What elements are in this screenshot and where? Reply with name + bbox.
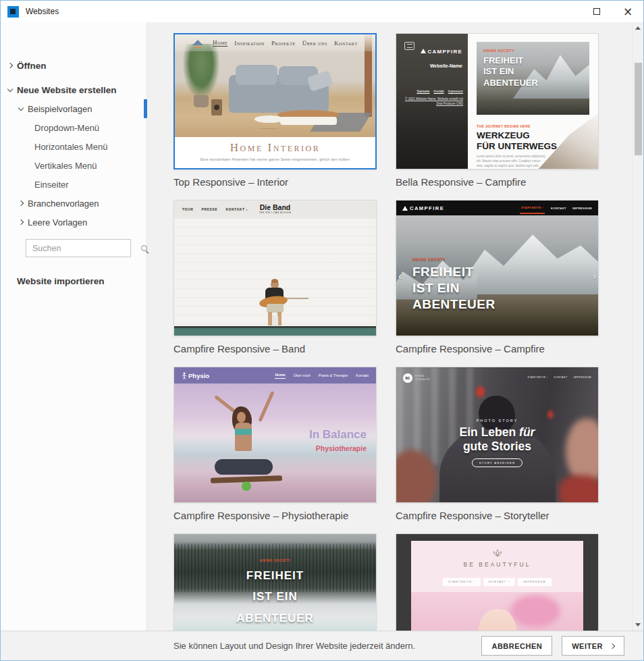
next-label: WEITER [572, 642, 603, 650]
close-button[interactable]: × [612, 1, 643, 22]
campfire-hero-title: FREIHEIT IST EIN ABENTEUER [412, 264, 495, 312]
window-controls: × [581, 1, 643, 22]
template-thumbnail-storyteller[interactable]: BG BRYAN GONZALES STARTSEITE › KONTAKT I… [396, 367, 599, 503]
scroll-down-button[interactable] [633, 619, 643, 631]
title-bar: Websites × [1, 1, 643, 22]
nav-item: Kontakt [334, 40, 358, 47]
sidebar-item-horizontales-menue[interactable]: Horizontales Menü [1, 137, 146, 156]
bella-hero-image: HIKING SOCIETY FREIHEIT IST EIN ABENTEUE… [477, 42, 589, 115]
sidebar-item-label: Öffnen [17, 61, 47, 71]
template-thumbnail-bella[interactable]: CAMPFIRE Website-Name Startseite Kontakt… [396, 33, 599, 169]
scrollbar[interactable] [632, 22, 643, 631]
story-anzeigen-button: STORY ANZEIGEN [472, 458, 522, 467]
maximize-button[interactable] [581, 1, 612, 22]
footer-buttons: ABBRECHEN WEITER [481, 636, 624, 656]
wood-table-base-shape [280, 117, 337, 125]
cushion-shape [236, 65, 277, 85]
sidebar-item-label: Leere Vorlagen [28, 217, 87, 228]
nav-item: STARTSEITE › [520, 202, 545, 214]
nav-item: Über uns [302, 40, 327, 47]
campfire-brand: CAMPFIRE [402, 205, 444, 211]
sidebar-item-einseiter[interactable]: Einseiter [1, 175, 146, 194]
band-header: TOUR PRESSE KONTAKT › Die Band YES SIR I… [174, 201, 376, 218]
bella-tag2: THE JOURNEY BEGINS HERE [477, 125, 531, 128]
template-thumbnail-physio[interactable]: Physio Home Über mich Praxis & Therapie … [173, 367, 377, 503]
interior-photo: Home Inspiration Projekte Über uns Konta… [175, 34, 375, 137]
hero-text: gute Stories [463, 440, 531, 453]
beauty-brand: BE BEAUTYFUL [411, 561, 583, 568]
winter-tag: HIKING SOCIETY [174, 559, 376, 562]
bella-hero-title: FREIHEIT IST EIN ABENTEUER [483, 55, 538, 88]
search-input[interactable] [26, 244, 141, 253]
content-area: Öffnen Neue Website erstellen Beispielvo… [1, 22, 643, 631]
brand-text: CAMPFIRE [410, 205, 444, 211]
mountain-logo-icon [192, 40, 203, 47]
nav-item: KONTAKT › [483, 578, 515, 586]
band-bottom-strip [174, 326, 376, 336]
carousel-next-icon[interactable]: › [593, 271, 596, 282]
storyteller-hero: PHOTO STORY Ein Leben für gute Stories S… [396, 419, 598, 467]
face-shape [237, 412, 246, 423]
scroll-up-button[interactable] [633, 22, 643, 34]
stool-shape [272, 316, 278, 327]
bella-heading2: WERKZEUG FÜR UNTERWEGS [477, 130, 557, 152]
sidebar-item-label: Beispielvorlagen [28, 104, 92, 114]
cancel-button[interactable]: ABBRECHEN [481, 636, 552, 656]
template-caption: Campfire Responsive – Physiotherapie [173, 509, 377, 523]
sofa-shape [229, 75, 329, 113]
physio-brand: Physio [182, 372, 209, 379]
scrollbar-thumb[interactable] [635, 63, 642, 155]
sidebar-item-label: Website importieren [17, 276, 105, 286]
interior-heading: Home Interior [175, 142, 375, 155]
sidebar-item-dropdown-menue[interactable]: Dropdown-Menü [1, 118, 146, 137]
sidebar-item-website-importieren[interactable]: Website importieren [1, 271, 146, 290]
beauty-page: BE BEAUTYFUL STARTSEITE › KONTAKT › IMPR… [411, 541, 583, 631]
template-card-physio: Physio Home Über mich Praxis & Therapie … [173, 367, 377, 523]
hero-text: Ein Leben [460, 425, 516, 439]
tent-icon [421, 49, 426, 53]
brand-text: Physio [188, 372, 209, 379]
sidebar-item-beispielvorlagen[interactable]: Beispielvorlagen [1, 99, 146, 118]
band-tagline: YES SIR I CAN BOOGIE [174, 211, 376, 214]
template-thumbnail-band[interactable]: TOUR PRESSE KONTAKT › Die Band YES SIR I… [173, 200, 377, 336]
next-button[interactable]: WEITER [562, 636, 624, 656]
template-card-storyteller: BG BRYAN GONZALES STARTSEITE › KONTAKT I… [396, 367, 599, 523]
template-thumbnail-interior[interactable]: Home Inspiration Projekte Über uns Konta… [173, 33, 377, 169]
ball-shape [242, 481, 251, 491]
band-wall-photo [174, 218, 376, 326]
app-window: Websites × Öffnen Neue Website erstellen… [0, 0, 644, 661]
nav-item: Home [213, 39, 227, 47]
search-icon[interactable] [141, 245, 147, 251]
bella-tag: HIKING SOCIETY [483, 49, 514, 53]
template-thumbnail-beauty[interactable]: BE BEAUTYFUL STARTSEITE › KONTAKT › IMPR… [396, 533, 599, 631]
sidebar-item-vertikales-menue[interactable]: Vertikales Menü [1, 156, 146, 175]
template-thumbnail-winter[interactable]: HIKING SOCIETY FREIHEIT IST EIN ABENTEUE… [173, 533, 377, 631]
nav-item: IMPRESSUM [518, 578, 552, 586]
link: Kontakt [433, 90, 444, 93]
sidebar-item-branchenvorlagen[interactable]: Branchenvorlagen [1, 194, 146, 213]
guitar-neck-shape [286, 298, 308, 299]
chevron-right-icon [610, 643, 615, 648]
nav-item: Projekte [271, 40, 296, 47]
nav-item: Home [275, 373, 285, 379]
template-thumbnail-campfire[interactable]: CAMPFIRE STARTSEITE › KONTAKT IMPRESSUM … [396, 200, 599, 336]
beauty-nav: STARTSEITE › KONTAKT › IMPRESSUM [411, 578, 583, 586]
nav-item: Praxis & Therapie [319, 373, 348, 377]
speaker-shape [211, 99, 222, 115]
nav-item: IMPRESSUM [572, 207, 592, 210]
bella-links: Startseite Kontakt Impressum [399, 90, 463, 93]
carousel-prev-icon[interactable]: ‹ [398, 271, 402, 282]
template-card-campfire: CAMPFIRE STARTSEITE › KONTAKT IMPRESSUM … [396, 200, 599, 356]
interior-body: Eine wunderbare Heiterkeit hat meine gan… [175, 157, 375, 161]
template-caption: Campfire Responsive – Band [173, 342, 377, 356]
footer-hint: Sie können Layout und Design Ihrer Websi… [173, 641, 415, 651]
sidebar-item-oeffnen[interactable]: Öffnen [1, 56, 146, 75]
torso-shape [235, 423, 252, 451]
sidebar-item-leere-vorlagen[interactable]: Leere Vorlagen [1, 213, 146, 232]
template-card-interior: Home Inspiration Projekte Über uns Konta… [173, 33, 377, 189]
sidebar-item-neue-website[interactable]: Neue Website erstellen [1, 80, 146, 99]
template-card-band: TOUR PRESSE KONTAKT › Die Band YES SIR I… [173, 200, 377, 356]
template-card-bella: CAMPFIRE Website-Name Startseite Kontakt… [396, 33, 599, 189]
bella-site-name: Website-Name [402, 63, 462, 68]
nav-item: KONTAKT [554, 376, 568, 379]
